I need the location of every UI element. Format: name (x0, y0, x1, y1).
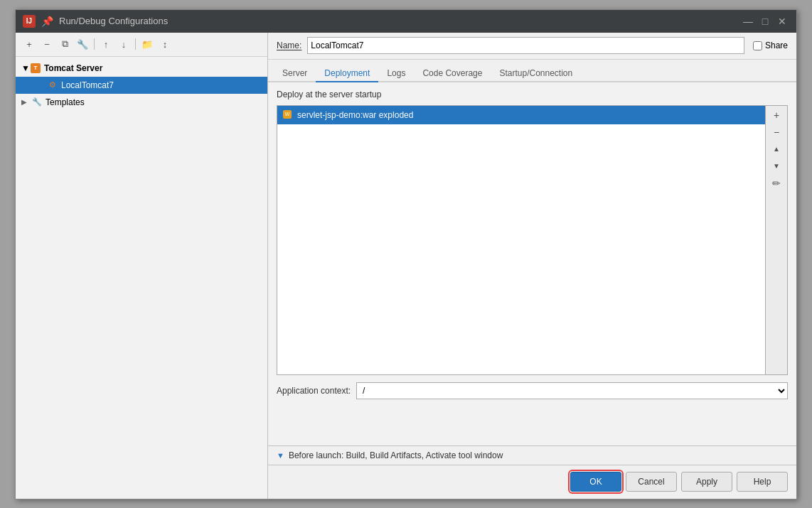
tab-server[interactable]: Server (274, 65, 316, 82)
deploy-add-button[interactable]: + (769, 107, 784, 123)
deploy-down-button[interactable]: ▼ (769, 158, 784, 174)
apply-button[interactable]: Apply (681, 472, 732, 492)
name-row: Name: Share (268, 33, 796, 60)
maximize-button[interactable]: □ (758, 14, 772, 28)
local-tomcat7-item[interactable]: ⚙ LocalTomcat7 (16, 77, 267, 94)
templates-item[interactable]: ▶ 🔧 Templates (16, 94, 267, 111)
name-input[interactable] (307, 37, 744, 54)
remove-config-button[interactable]: − (39, 36, 55, 52)
tabs-bar: Server Deployment Logs Code Coverage Sta… (268, 60, 796, 82)
dialog-title: Run/Debug Configurations (59, 16, 168, 26)
deploy-remove-button[interactable]: − (769, 124, 784, 140)
templates-icon: 🔧 (31, 97, 43, 108)
config-icon: ⚙ (47, 80, 58, 91)
app-context-select[interactable]: / (356, 382, 788, 399)
right-panel: Name: Share Server Deployment Logs Code … (268, 33, 796, 499)
pin-icon[interactable]: 📌 (41, 16, 53, 27)
ok-button[interactable]: OK (570, 472, 621, 492)
tab-logs[interactable]: Logs (378, 65, 414, 82)
title-bar: IJ 📌 Run/Debug Configurations — □ ✕ (16, 10, 796, 33)
tomcat-server-group[interactable]: ▼ T Tomcat Server (16, 60, 267, 77)
separator2 (135, 38, 136, 50)
move-up-button[interactable]: ↑ (98, 36, 114, 52)
app-icon: IJ (23, 15, 36, 28)
local-tomcat7-label: LocalTomcat7 (61, 80, 114, 90)
deploy-list: W servlet-jsp-demo:war exploded (277, 105, 766, 375)
settings-button[interactable]: 🔧 (75, 36, 90, 52)
separator (94, 38, 95, 50)
add-config-button[interactable]: + (21, 36, 37, 52)
deploy-item-0[interactable]: W servlet-jsp-demo:war exploded (277, 106, 765, 124)
help-button[interactable]: Help (737, 472, 788, 492)
tab-deployment[interactable]: Deployment (316, 65, 378, 82)
before-launch-text: Before launch: Build, Build Artifacts, A… (289, 450, 503, 460)
deploy-area: W servlet-jsp-demo:war exploded + − ▲ ▼ … (277, 105, 788, 375)
deploy-at-startup-label: Deploy at the server startup (277, 90, 788, 99)
tab-code-coverage[interactable]: Code Coverage (414, 65, 491, 82)
side-buttons: + − ▲ ▼ ✏ (766, 105, 788, 375)
templates-arrow: ▶ (21, 98, 31, 106)
deploy-item-label: servlet-jsp-demo:war exploded (297, 110, 413, 120)
expand-arrow: ▼ (21, 63, 30, 73)
app-context-label: Application context: (277, 386, 351, 396)
share-checkbox-area: Share (753, 40, 788, 50)
folder-button[interactable]: 📁 (139, 36, 155, 52)
bottom-bar: OK Cancel Apply Help (268, 465, 796, 499)
sort-button[interactable]: ↕ (157, 36, 173, 52)
run-debug-dialog: IJ 📌 Run/Debug Configurations — □ ✕ + − … (15, 9, 797, 499)
title-bar-left: IJ 📌 Run/Debug Configurations (23, 15, 168, 28)
title-bar-controls: — □ ✕ (741, 14, 789, 28)
cancel-button[interactable]: Cancel (626, 472, 677, 492)
deploy-edit-button[interactable]: ✏ (769, 175, 784, 191)
tab-content-deployment: Deploy at the server startup W servlet-j… (268, 82, 796, 445)
move-down-button[interactable]: ↓ (116, 36, 132, 52)
tab-startup-connection[interactable]: Startup/Connection (491, 65, 581, 82)
share-label: Share (765, 40, 788, 50)
left-panel: + − ⧉ 🔧 ↑ ↓ 📁 ↕ ▼ T Tomcat Serv (16, 33, 268, 499)
config-tree: ▼ T Tomcat Server ⚙ LocalTomcat7 ▶ (16, 57, 267, 499)
minimize-button[interactable]: — (741, 14, 755, 28)
close-button[interactable]: ✕ (775, 14, 789, 28)
left-toolbar: + − ⧉ 🔧 ↑ ↓ 📁 ↕ (16, 33, 267, 57)
share-checkbox[interactable] (753, 41, 762, 50)
name-label: Name: (277, 40, 301, 50)
templates-label: Templates (46, 97, 85, 107)
tomcat-server-icon: T (30, 63, 41, 74)
copy-config-button[interactable]: ⧉ (57, 36, 73, 52)
tomcat-server-label: Tomcat Server (44, 63, 102, 73)
war-icon: W (283, 110, 293, 120)
before-launch-section: ▼ Before launch: Build, Build Artifacts,… (268, 445, 796, 465)
app-context-row: Application context: / (277, 381, 788, 401)
main-content: + − ⧉ 🔧 ↑ ↓ 📁 ↕ ▼ T Tomcat Serv (16, 33, 796, 499)
before-launch-arrow[interactable]: ▼ (277, 451, 284, 460)
deploy-up-button[interactable]: ▲ (769, 141, 784, 157)
